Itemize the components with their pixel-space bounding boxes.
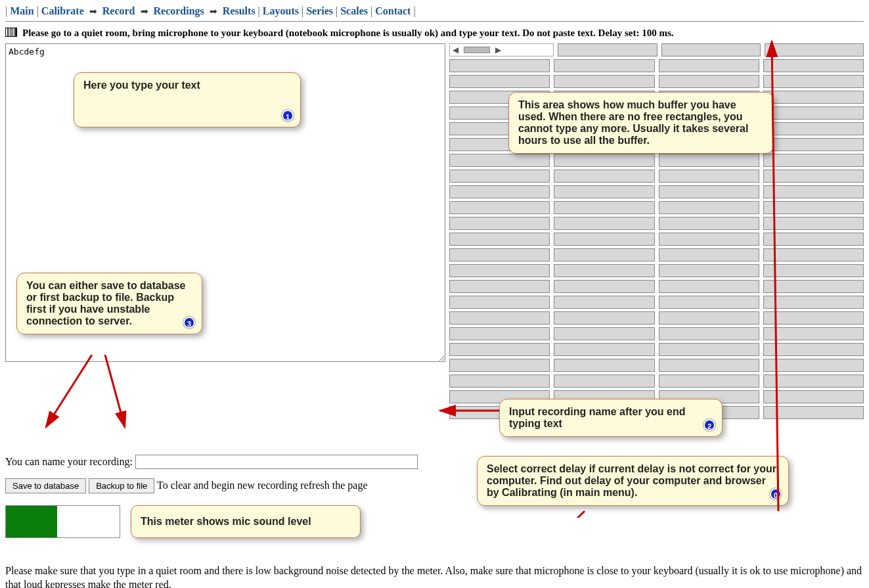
buffer-cell: [449, 185, 550, 198]
svg-rect-4: [11, 28, 12, 36]
buffer-cell: [763, 248, 864, 261]
buffer-cell: [659, 296, 759, 309]
buffer-cell: [449, 280, 550, 293]
buffer-row: [449, 59, 864, 72]
buffer-cell: [449, 296, 550, 309]
instruction-line: Please go to a quiet room, bring microph…: [5, 27, 864, 39]
keyboard-icon: [5, 28, 17, 39]
buffer-cell: [763, 106, 864, 120]
buffer-cell: [763, 296, 864, 309]
buffer-cell: [763, 406, 864, 419]
nav-calibrate[interactable]: Calibrate: [41, 5, 84, 16]
buffer-cell: [449, 327, 550, 340]
buffer-cell: [554, 280, 654, 293]
buffer-cell: [659, 201, 759, 214]
help-paragraphs: Please make sure that you type in a quie…: [5, 564, 864, 588]
callout-text: Select correct delay if current delay is…: [487, 463, 776, 498]
arrow-icon: ➡: [89, 6, 97, 17]
buffer-cell: [763, 343, 864, 356]
arrow-icon: ➡: [141, 6, 148, 17]
instruction-text: Please go to a quiet room, bring microph…: [22, 28, 674, 38]
callout-number-0: 0: [770, 488, 782, 500]
callout-save-backup: You can either save to database or first…: [16, 273, 202, 334]
help-paragraph-1: Please make sure that you type in a quie…: [5, 564, 864, 588]
buffer-cell: ◀▶: [449, 43, 554, 57]
buffer-cell: [659, 75, 759, 88]
buffer-row: [449, 170, 864, 183]
nav-series[interactable]: Series: [306, 5, 333, 16]
buffer-cell: [659, 311, 759, 325]
top-navigation: | Main | Calibrate ➡ Record ➡ Recordings…: [5, 5, 864, 17]
nav-main[interactable]: Main: [10, 5, 33, 16]
callout-text: Here you type your text: [83, 79, 200, 91]
nav-layouts[interactable]: Layouts: [263, 5, 299, 16]
buffer-cell: [659, 359, 759, 372]
buffer-cell: [763, 201, 864, 214]
sound-level-meter: [5, 505, 120, 538]
svg-rect-3: [9, 28, 11, 36]
buffer-cell: [763, 138, 864, 151]
buffer-cell: [659, 233, 759, 246]
buffer-row: ◀▶: [449, 43, 864, 57]
buffer-cell: [659, 170, 759, 183]
svg-rect-1: [6, 28, 7, 36]
buffer-row: [449, 185, 864, 198]
nav-recordings[interactable]: Recordings: [154, 5, 204, 16]
nav-scales[interactable]: Scales: [340, 5, 368, 16]
buffer-cell: [554, 154, 654, 167]
arrow-icon: ➡: [210, 6, 217, 17]
buffer-cell: [554, 59, 654, 72]
buffer-row: [449, 359, 864, 372]
buffer-cell: [449, 154, 550, 167]
buffer-cell: [449, 248, 550, 261]
buffer-cell: [449, 233, 550, 246]
buffer-cell: [659, 327, 759, 340]
buffer-row: [449, 233, 864, 246]
buffer-cell: [449, 170, 550, 183]
backup-to-file-button[interactable]: Backup to file: [89, 478, 154, 493]
buffer-cell: [554, 311, 654, 325]
buffer-row: [449, 327, 864, 340]
buffer-row: [449, 311, 864, 325]
buffer-cell: [449, 217, 550, 230]
buffer-cell: [554, 248, 654, 261]
buffer-cell: [763, 374, 864, 388]
nav-results[interactable]: Results: [223, 5, 256, 16]
buffer-cell: [763, 59, 864, 72]
buffer-cell: [763, 390, 864, 403]
buffer-cell: [554, 374, 654, 388]
buffer-cell: [659, 185, 759, 198]
nav-record[interactable]: Record: [102, 5, 135, 16]
buffer-cell: [558, 43, 657, 57]
buffer-cell: [554, 359, 654, 372]
save-to-database-button[interactable]: Save to database: [5, 478, 86, 493]
buffer-cell: [763, 359, 864, 372]
buffer-cell: [554, 75, 654, 88]
buffer-cell: [763, 75, 864, 88]
buffer-row: [449, 248, 864, 261]
buffer-cell: [659, 374, 759, 388]
buffer-cell: [659, 59, 759, 72]
buffer-cell: [449, 311, 550, 325]
recording-name-label: You can name your recording:: [5, 456, 133, 467]
callout-text: This meter shows mic sound level: [141, 516, 311, 528]
nav-contact[interactable]: Contact: [375, 5, 411, 16]
buffer-cell: [659, 154, 759, 167]
buffer-cell: [449, 264, 550, 277]
buffer-cell: [659, 248, 759, 261]
buffer-cell: [554, 201, 654, 214]
meter-fill: [6, 506, 57, 537]
svg-rect-6: [14, 28, 15, 36]
callout-number-3: 3: [183, 317, 195, 328]
callout-number-2: 2: [703, 419, 715, 431]
buffer-row: [449, 154, 864, 167]
buffer-row: [449, 217, 864, 230]
callout-buffer: This area shows how much buffer you have…: [508, 92, 774, 154]
recording-name-input[interactable]: [135, 455, 418, 469]
buffer-cell: [659, 264, 759, 277]
svg-rect-5: [12, 28, 14, 36]
clear-hint: To clear and begin new recording refresh…: [157, 480, 368, 491]
buffer-cell: [449, 75, 550, 88]
buffer-cell: [554, 264, 654, 277]
callout-meter: This meter shows mic sound level: [131, 505, 361, 538]
